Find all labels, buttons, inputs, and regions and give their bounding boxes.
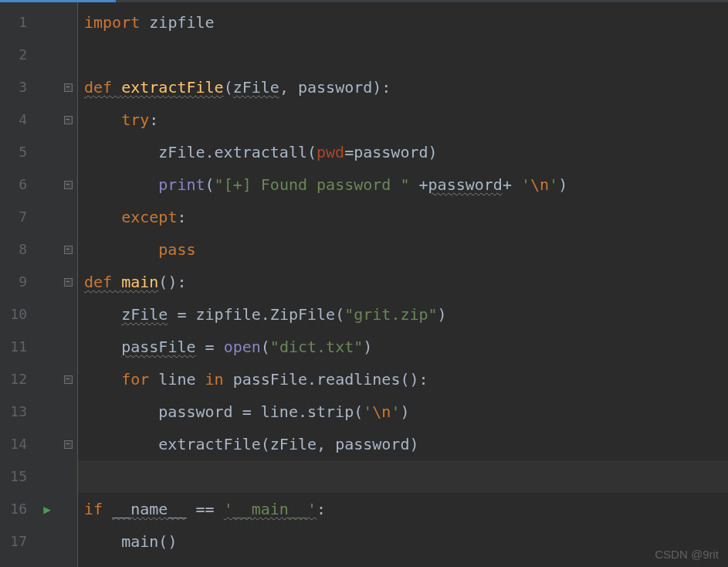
fold-gutter-slot[interactable]: − bbox=[59, 71, 77, 104]
run-gutter-slot[interactable] bbox=[36, 6, 59, 39]
run-gutter-slot[interactable] bbox=[36, 136, 59, 168]
line-number: 3 bbox=[0, 71, 35, 104]
code-token: main() bbox=[121, 532, 177, 551]
code-line[interactable]: except: bbox=[78, 201, 728, 233]
run-gutter-slot[interactable]: ▶ bbox=[36, 493, 59, 525]
line-number: 11 bbox=[0, 331, 35, 363]
code-token: pwd bbox=[317, 143, 344, 161]
fold-gutter-slot[interactable] bbox=[59, 493, 77, 525]
line-number: 5 bbox=[0, 136, 35, 168]
line-number: 15 bbox=[0, 460, 35, 493]
line-number: 4 bbox=[0, 104, 35, 136]
fold-gutter-slot[interactable]: − bbox=[59, 428, 77, 460]
code-token: ( bbox=[261, 338, 270, 356]
code-area[interactable]: import zipfiledef extractFile(zFile, pas… bbox=[77, 0, 728, 567]
code-token: : bbox=[149, 110, 158, 129]
run-gutter-slot[interactable] bbox=[36, 39, 59, 71]
code-token: def bbox=[84, 78, 121, 97]
fold-gutter-slot[interactable] bbox=[59, 201, 77, 233]
run-gutter-slot[interactable] bbox=[36, 168, 59, 201]
code-token: password bbox=[428, 175, 503, 194]
code-line[interactable]: password = line.strip('\n') bbox=[78, 396, 728, 428]
code-line[interactable]: zFile = zipfile.ZipFile("grit.zip") bbox=[78, 298, 728, 331]
fold-gutter-slot[interactable] bbox=[59, 298, 77, 331]
fold-collapse-icon[interactable]: − bbox=[64, 116, 73, 124]
fold-gutter[interactable]: −−−−−−− bbox=[59, 0, 77, 567]
code-line[interactable]: import zipfile bbox=[78, 6, 728, 39]
fold-gutter-slot[interactable]: − bbox=[59, 266, 77, 298]
run-gutter-slot[interactable] bbox=[36, 266, 59, 298]
run-gutter-slot[interactable] bbox=[36, 233, 59, 266]
fold-gutter-slot[interactable] bbox=[59, 525, 77, 558]
code-token: =password) bbox=[344, 143, 437, 161]
code-line[interactable]: if __name__ == '__main__': bbox=[78, 493, 728, 525]
active-tab-indicator bbox=[0, 0, 116, 2]
fold-end-icon[interactable]: − bbox=[64, 181, 73, 189]
code-line[interactable]: try: bbox=[78, 104, 728, 136]
fold-gutter-slot[interactable] bbox=[59, 396, 77, 428]
fold-collapse-icon[interactable]: − bbox=[64, 83, 73, 92]
code-token: main bbox=[121, 273, 158, 291]
run-icon[interactable]: ▶ bbox=[43, 502, 51, 517]
run-gutter-slot[interactable] bbox=[36, 71, 59, 104]
code-token: except bbox=[121, 208, 177, 226]
code-line[interactable]: pass bbox=[78, 233, 728, 266]
code-token: passFile.readlines(): bbox=[233, 370, 428, 389]
watermark: CSDN @9rit bbox=[655, 548, 719, 561]
fold-gutter-slot[interactable]: − bbox=[59, 104, 77, 136]
code-line[interactable]: zFile.extractall(pwd=password) bbox=[78, 136, 728, 168]
run-gutter-slot[interactable] bbox=[36, 396, 59, 428]
code-line[interactable]: def extractFile(zFile, password): bbox=[78, 71, 728, 104]
fold-end-icon[interactable]: − bbox=[64, 246, 73, 254]
code-line[interactable]: main() bbox=[78, 525, 728, 558]
code-token: : bbox=[177, 208, 186, 226]
code-token: ' bbox=[549, 175, 558, 194]
code-token: in bbox=[205, 370, 233, 389]
fold-gutter-slot[interactable]: − bbox=[59, 233, 77, 266]
run-gutter-slot[interactable] bbox=[36, 460, 59, 493]
fold-collapse-icon[interactable]: − bbox=[64, 278, 73, 287]
fold-gutter-slot[interactable] bbox=[59, 331, 77, 363]
line-number: 14 bbox=[0, 428, 35, 460]
fold-gutter-slot[interactable] bbox=[59, 6, 77, 39]
fold-gutter-slot[interactable] bbox=[59, 460, 77, 493]
code-line[interactable] bbox=[78, 460, 728, 493]
code-token: zFile bbox=[233, 78, 279, 97]
code-token: print bbox=[158, 175, 205, 194]
code-token: line bbox=[158, 370, 205, 389]
run-gutter-slot[interactable] bbox=[36, 428, 59, 460]
editor-tabstrip[interactable] bbox=[0, 0, 728, 2]
code-token: , bbox=[317, 435, 335, 453]
fold-gutter-slot[interactable] bbox=[59, 39, 77, 71]
run-gutter-slot[interactable] bbox=[36, 201, 59, 233]
code-token: open bbox=[224, 338, 261, 356]
code-token: pass bbox=[158, 240, 195, 259]
code-line[interactable]: def main(): bbox=[78, 266, 728, 298]
code-editor[interactable]: 1234567891011121314151617 ▶ −−−−−−− impo… bbox=[0, 0, 728, 567]
fold-gutter-slot[interactable]: − bbox=[59, 363, 77, 396]
code-line[interactable]: for line in passFile.readlines(): bbox=[78, 363, 728, 396]
code-token: extractFile bbox=[121, 78, 223, 97]
code-token: zFile.extractall( bbox=[158, 143, 317, 161]
code-line[interactable]: print("[+] Found password " +password+ '… bbox=[78, 168, 728, 201]
code-token: = bbox=[196, 338, 224, 356]
fold-gutter-slot[interactable] bbox=[59, 136, 77, 168]
code-line[interactable]: extractFile(zFile, password) bbox=[78, 428, 728, 460]
line-number: 12 bbox=[0, 363, 35, 396]
fold-collapse-icon[interactable]: − bbox=[64, 375, 73, 384]
run-gutter-slot[interactable] bbox=[36, 525, 59, 558]
line-number: 6 bbox=[0, 168, 35, 201]
run-gutter-slot[interactable] bbox=[36, 298, 59, 331]
run-gutter-slot[interactable] bbox=[36, 104, 59, 136]
code-token bbox=[84, 370, 121, 389]
code-token bbox=[84, 208, 121, 226]
code-line[interactable]: passFile = open("dict.txt") bbox=[78, 331, 728, 363]
code-line[interactable] bbox=[78, 39, 728, 71]
run-gutter[interactable]: ▶ bbox=[36, 0, 59, 567]
fold-gutter-slot[interactable]: − bbox=[59, 168, 77, 201]
run-gutter-slot[interactable] bbox=[36, 363, 59, 396]
fold-end-icon[interactable]: − bbox=[64, 440, 73, 449]
code-token: import bbox=[84, 13, 149, 32]
run-gutter-slot[interactable] bbox=[36, 331, 59, 363]
code-token: ' bbox=[391, 402, 400, 421]
